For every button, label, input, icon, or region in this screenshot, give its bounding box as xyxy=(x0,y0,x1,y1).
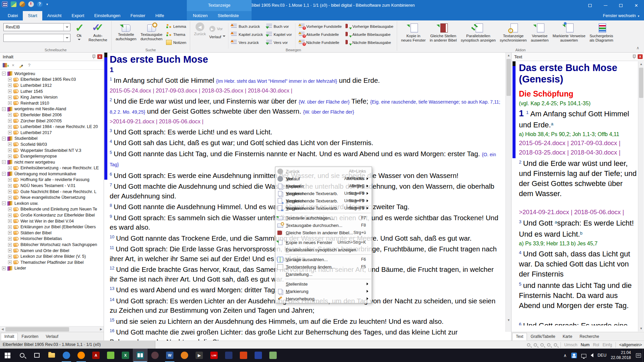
docx-links[interactable]: >2014-09-21.docx | 2018-05-06.docx | xyxy=(519,207,637,217)
expand-icon[interactable]: + xyxy=(8,119,12,123)
ok-button[interactable]: Ok xyxy=(72,22,87,42)
red-tool[interactable] xyxy=(236,349,251,362)
lim-app[interactable]: LIM xyxy=(207,349,221,362)
tree-item[interactable]: +Scofield 98/03 xyxy=(0,141,104,147)
expand-icon[interactable]: + xyxy=(8,83,12,87)
tab-verlauf[interactable]: Verlauf xyxy=(42,333,62,341)
tab-start[interactable]: Start xyxy=(23,11,42,20)
tree-item[interactable]: +Elberfelder Bibel 2006 xyxy=(0,112,104,118)
collapse-icon[interactable]: − xyxy=(2,172,6,176)
lock-app[interactable] xyxy=(221,349,236,362)
footnote-ref[interactable]: a xyxy=(551,121,553,126)
quick-access-dropdown-icon[interactable]: ▾ xyxy=(46,2,48,6)
tab-notizen[interactable]: Notizen xyxy=(188,11,213,20)
textanzeige-synchronisieren-button[interactable]: Textanzeige synchronisieren xyxy=(498,22,529,43)
menu-item-parallelstellen-synoptisch-anzeigen[interactable]: Parallelstellen synoptisch anzeigen xyxy=(275,246,372,253)
expand-icon[interactable]: + xyxy=(8,207,12,211)
tree-item[interactable]: +Elberfelder Bibel 1905 Rev.03 xyxy=(0,77,104,83)
scroll-down-icon[interactable]: ▼ xyxy=(638,326,644,331)
maximize-button[interactable] xyxy=(613,0,629,11)
aktuelle-bibelausgabe-button[interactable]: Aktuelle Bibelausgabe xyxy=(344,31,395,38)
expand-icon[interactable]: + xyxy=(8,196,12,199)
scroll-up-icon[interactable]: ▲ xyxy=(506,53,512,58)
kopie-in-neues-fenster-button[interactable]: Kopie in neues Fenster xyxy=(399,22,428,43)
tab-einstellungen[interactable]: Einstellungen xyxy=(89,11,125,20)
bible-edition-combobox[interactable]: RevEIB xyxy=(3,23,70,31)
window-switch-menu[interactable]: Fenster wechseln▾ xyxy=(603,11,640,21)
menu-item-markierung[interactable]: Markierung xyxy=(275,288,372,295)
tree-item[interactable]: +Luther 1545 xyxy=(0,88,104,95)
expand-icon[interactable]: + xyxy=(8,142,12,146)
orange-tool[interactable] xyxy=(177,349,192,362)
menu-item-gleiche-stellen-in-anderer-bibel[interactable]: Gleiche Stellen in anderer Bibel...Strg+… xyxy=(275,229,372,236)
tree-item[interactable]: +Wer ist Wer in der Bibel V.04 xyxy=(0,218,104,224)
suchergebnis-als-diagramm-button[interactable]: Suchergebnis als Diagramm xyxy=(587,22,615,43)
word[interactable]: W xyxy=(162,349,177,362)
auto-recherche-button[interactable]: Auto- Recherche xyxy=(87,22,109,43)
tree-item[interactable]: +Bibelkunde und Einleitung zum Neuen Te xyxy=(0,206,104,213)
chevron-down-icon[interactable] xyxy=(63,34,70,42)
collapse-icon[interactable]: − xyxy=(2,107,6,111)
adobe-reader[interactable]: A xyxy=(89,349,103,362)
show-desktop-button[interactable] xyxy=(642,349,644,362)
sphere-app[interactable] xyxy=(148,349,162,362)
expand-icon[interactable]: + xyxy=(8,231,12,235)
ribbon-options-button[interactable] xyxy=(582,0,598,11)
expand-icon[interactable]: + xyxy=(8,155,12,158)
expand-icon[interactable]: + xyxy=(8,166,12,170)
scrollbar-thumb[interactable] xyxy=(639,68,643,98)
tree-item[interactable]: +NGÜ Neues Testament - V.01 xyxy=(0,183,104,189)
footnote-ref[interactable]: a xyxy=(555,220,557,225)
tree-item[interactable]: +Wuppertaler Studienbibel NT V.3 xyxy=(0,147,104,154)
buch-vor-button[interactable]: Buch vor xyxy=(265,23,293,29)
expand-icon[interactable]: + xyxy=(8,113,12,117)
expand-icon[interactable]: + xyxy=(8,237,12,241)
menu-item-vergleichende-textverarb[interactable]: Vergleichende Textverarb.KopierenUmsch+F… xyxy=(275,204,372,212)
vor-button[interactable]: ▶Vor xyxy=(208,25,227,33)
game-app[interactable] xyxy=(103,349,118,362)
bibel-digital[interactable] xyxy=(133,349,148,362)
tab-favoriten[interactable]: Favoriten xyxy=(18,333,42,341)
scroll-up-icon[interactable]: ▲ xyxy=(638,61,644,67)
quick-lemma-icon[interactable] xyxy=(19,1,25,7)
tree-item[interactable]: +Erklärungen zur Bibel (Elberfelder Über… xyxy=(0,224,104,230)
expand-icon[interactable]: + xyxy=(8,96,12,99)
expand-icon[interactable]: + xyxy=(8,260,12,264)
collapse-icon[interactable]: − xyxy=(2,201,6,205)
map-tool[interactable] xyxy=(266,349,280,362)
keyboard-language[interactable]: DEU xyxy=(598,353,606,358)
tree-item[interactable]: +King James Version xyxy=(0,94,104,100)
scrollbar-thumb[interactable] xyxy=(5,327,69,331)
tree-item[interactable]: −Wortgetreu xyxy=(0,71,104,77)
search-button[interactable] xyxy=(15,349,30,362)
tree-item[interactable]: +Lutherbibel 1912 xyxy=(0,82,104,88)
tree-item[interactable]: −Lexikon usw. xyxy=(0,200,104,206)
expand-icon[interactable]: + xyxy=(8,89,12,93)
tab-datei[interactable]: Datei xyxy=(3,11,23,20)
tree-item[interactable]: −nicht menr wortgetreu xyxy=(0,159,104,165)
expand-icon[interactable]: + xyxy=(8,255,12,258)
tree-item[interactable]: +Lexikon zur Bibel ohne Bilder (V. 5) xyxy=(0,253,104,259)
scrollbar-thumb[interactable] xyxy=(506,59,511,96)
parallelstellen-synoptisch-anzeigen-button[interactable]: Parallelstellen synoptisch anzeigen xyxy=(459,22,498,43)
menu-item-hervorhebung[interactable]: Hervorhebung xyxy=(275,295,372,302)
tab-grafik-tabelle[interactable]: Grafik/Tabelle xyxy=(527,333,559,341)
tree-item[interactable]: +Reinhardt 1910 xyxy=(0,100,104,106)
tree-item[interactable]: +Neue evangelistische Übersetzung xyxy=(0,194,104,200)
pin-icon[interactable] xyxy=(632,54,636,59)
excel[interactable]: X xyxy=(118,349,133,362)
tray-app-icon[interactable] xyxy=(571,353,577,358)
quick-search-input[interactable] xyxy=(3,34,70,42)
footnote-ref[interactable]: b xyxy=(580,231,582,236)
verlauf-button[interactable]: Verlauf xyxy=(208,34,227,40)
edit-icon[interactable] xyxy=(19,64,23,68)
docx-links[interactable]: 2015-05-24.docx | 2017-09-03.docx | 2018… xyxy=(519,138,637,157)
buch-zurück-button[interactable]: Buch zurück xyxy=(230,23,264,29)
menu-item-textdarstellung-ändern[interactable]: Textdarstellung ändern...F5 xyxy=(275,263,372,270)
zoom-icon[interactable] xyxy=(540,343,544,347)
firefox[interactable] xyxy=(74,349,89,362)
verweise-auswerten-button[interactable]: Verweise auswerten xyxy=(529,22,551,43)
tree-item[interactable]: −Übertragung mod kommunikative xyxy=(0,171,104,177)
collapse-icon[interactable]: − xyxy=(2,72,6,75)
quick-history-icon[interactable] xyxy=(28,1,34,7)
